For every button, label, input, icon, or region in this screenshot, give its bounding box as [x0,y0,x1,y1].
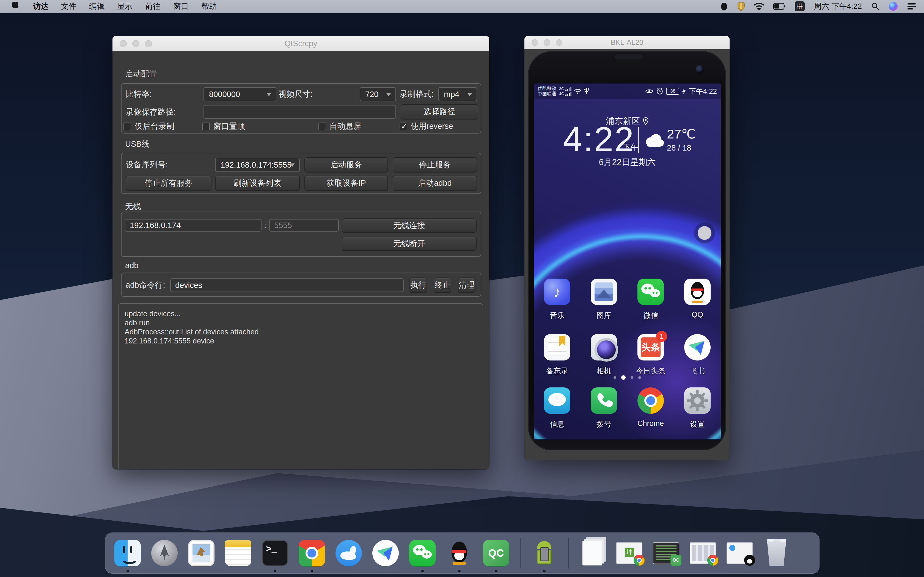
refresh-devices-button[interactable]: 刷新设备列表 [215,176,300,191]
dock-item-minimized-chrome-kun[interactable] [616,540,642,566]
dock-item-chrome[interactable] [299,540,325,566]
dock-item-android-mirror[interactable] [531,540,557,566]
apple-logo-icon[interactable] [12,2,20,11]
zoom-button[interactable] [556,39,562,46]
battery-icon[interactable] [773,3,785,10]
wifi-icon[interactable] [754,2,764,10]
app-feishu[interactable]: 飞书 [674,334,721,376]
decor [453,562,466,565]
app-wechat[interactable]: 微信 [627,279,674,321]
video-size-select[interactable]: 720 [360,87,396,102]
launch-group-box: 比特率: 8000000 视频尺寸: 720 录制格式: mp4 录像保存路径:… [121,83,481,134]
dock-item-terminal[interactable] [262,540,288,566]
app-memo[interactable]: 备忘录 [534,334,580,376]
close-button[interactable] [531,39,538,46]
serial-value: 192.168.0.174:5555 [221,160,291,169]
record-format-select[interactable]: mp4 [438,87,477,102]
bitrate-label: 比特率: [126,87,152,102]
app-dialer[interactable]: 拨号 [580,387,627,429]
dock-item-documents[interactable] [579,540,606,566]
app-toutiao[interactable]: 1 今日头条 [627,334,674,376]
phone-titlebar[interactable]: BKL-AL20 [524,36,730,49]
dock-item-trash[interactable] [763,540,790,566]
stop-all-services-button[interactable]: 停止所有服务 [126,176,212,191]
menu-help[interactable]: 帮助 [201,1,217,11]
record-path-input[interactable] [204,105,396,119]
menu-go[interactable]: 前往 [145,1,161,11]
sealion-icon [336,540,362,566]
dock-item-sealion[interactable] [336,540,362,566]
minimized-window-thumbnail [727,542,753,564]
wireless-port-input[interactable] [269,219,339,232]
close-button[interactable] [120,40,127,47]
menu-edit[interactable]: 编辑 [89,1,105,11]
qq-status-icon[interactable] [720,2,728,11]
get-device-ip-button[interactable]: 获取设备IP [304,176,388,191]
start-adbd-button[interactable]: 启动adbd [393,176,477,191]
dock-item-qq[interactable] [446,540,472,566]
adb-log-output[interactable]: update devices... adb run AdbProcess::ou… [118,303,483,469]
app-qq[interactable]: QQ [674,279,721,321]
status-right-cluster: 38 下午4:22 [645,87,717,96]
dock-item-minimized-qq[interactable] [727,540,753,566]
adb-kill-button[interactable]: 终止 [434,277,451,293]
menu-file[interactable]: 文件 [61,1,76,11]
dialer-icon [591,387,617,414]
app-camera[interactable]: 相机 [580,334,627,376]
messages-icon [544,387,570,414]
phone-camera [695,65,704,74]
qtscrcpy-titlebar[interactable]: QtScrcpy [113,36,489,52]
app-music[interactable]: ♪ 音乐 [534,279,580,321]
menu-view[interactable]: 显示 [117,1,132,11]
zoom-button[interactable] [145,40,152,47]
app-gallery[interactable]: 图库 [580,279,627,321]
always-on-top-checkbox[interactable]: 窗口置顶 [202,121,245,131]
app-messages[interactable]: 信息 [534,387,580,429]
dock-item-feishu[interactable] [372,540,399,566]
adb-exec-button[interactable]: 执行 [409,277,427,293]
choose-path-button[interactable]: 选择路径 [401,104,478,119]
button-label: 执行 [410,280,426,291]
serial-select[interactable]: 192.168.0.174:5555 [215,158,300,172]
background-record-checkbox[interactable]: 仅后台录制 [123,121,174,131]
input-method-icon[interactable]: 拼 [795,2,804,11]
bitrate-select[interactable]: 8000000 [204,87,276,102]
dock-item-minimized-code[interactable]: QC [653,540,679,566]
siri-icon[interactable] [889,2,898,11]
wifi-status-icon [574,88,582,94]
app-settings[interactable]: 设置 [674,387,721,429]
start-service-button[interactable]: 启动服务 [304,157,388,172]
floating-nav-ball[interactable] [694,222,715,243]
choose-path-label: 选择路径 [423,106,456,117]
dock-item-wechat[interactable] [409,540,436,566]
dock-item-launchpad[interactable] [151,540,178,566]
wireless-disconnect-button[interactable]: 无线断开 [342,237,477,251]
dock-item-notes[interactable] [225,540,251,566]
app-chrome[interactable]: Chrome [627,387,674,429]
stop-service-button[interactable]: 停止服务 [393,157,477,172]
weather-cloud-icon[interactable] [643,132,665,148]
app-label: 微信 [643,311,658,321]
adb-clear-button[interactable]: 清理 [458,277,475,293]
menu-clock[interactable]: 周六 下午4:22 [814,1,862,11]
spotlight-search-icon[interactable] [871,2,879,10]
dock-item-finder[interactable] [115,540,141,566]
button-label: 终止 [435,280,451,291]
dock-item-qtscrcpy[interactable]: QC [483,540,509,566]
dock-item-minimized-chrome-web[interactable] [690,540,716,566]
notification-center-icon[interactable] [907,2,916,10]
menu-window[interactable]: 窗口 [173,1,189,11]
wireless-ip-input[interactable] [125,219,262,232]
shield-status-icon[interactable] [738,2,745,11]
auto-screen-off-checkbox[interactable]: 自动息屏 [318,121,361,131]
phone-screen[interactable]: 优酷移动 中国联通 3G 4G [534,84,721,439]
qtscrcpy-body: 启动配置 比特率: 8000000 视频尺寸: 720 录制格式: mp4 录像… [113,52,489,469]
minimize-button[interactable] [544,39,550,46]
wireless-connect-button[interactable]: 无线连接 [342,218,477,233]
use-reverse-checkbox[interactable]: 使用reverse [400,121,453,131]
dock-item-mail[interactable] [188,540,215,566]
menu-finder[interactable]: 访达 [33,1,48,11]
minimize-button[interactable] [132,40,139,47]
window-title: QtScrcpy [284,39,317,48]
adb-cmd-input[interactable] [170,278,404,292]
